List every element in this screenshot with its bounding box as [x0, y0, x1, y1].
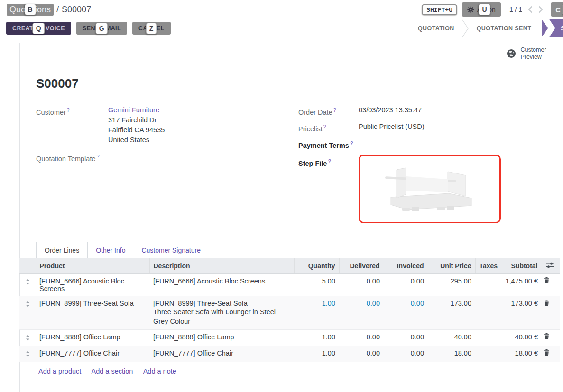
cell-subtotal: 173.00 €	[498, 296, 542, 330]
tab-customer-signature[interactable]: Customer Signature	[133, 242, 209, 258]
pricelist-value[interactable]: Public Pricelist (USD)	[359, 122, 425, 134]
customer-preview-label: Customer Preview	[520, 46, 546, 61]
column-product[interactable]: Product	[36, 258, 149, 274]
clipped-edge-button[interactable]: C	[551, 2, 563, 17]
order-date-value[interactable]: 03/03/2023 13:35:47	[359, 105, 422, 118]
column-invoiced[interactable]: Invoiced	[384, 258, 428, 274]
add-product-link[interactable]: Add a product	[38, 367, 81, 375]
cell-quantity[interactable]: 5.00	[294, 274, 339, 296]
customer-link[interactable]: Gemini Furniture	[108, 106, 159, 114]
status-separator-icon	[462, 19, 469, 37]
fields-left-column: Customer? Gemini Furniture 317 Fairchild…	[36, 105, 298, 228]
add-section-link[interactable]: Add a section	[92, 367, 133, 375]
breadcrumb: Quotations B / S00007	[7, 4, 91, 16]
customer-label: Customer?	[36, 105, 108, 145]
action-menu-button[interactable]: Action U	[462, 2, 501, 17]
drag-handle-icon[interactable]	[19, 296, 36, 330]
total-summary: Total: 1,706.00 €	[474, 388, 555, 392]
drag-handle-icon[interactable]	[19, 274, 36, 296]
cell-quantity[interactable]: 1.00	[294, 296, 339, 330]
table-row: [FURN_8888] Office Lamp [FURN_8888] Offi…	[19, 330, 560, 346]
form-sheet: Customer Preview S00007 Customer? Gemini…	[19, 43, 560, 392]
delete-row-icon[interactable]	[542, 330, 560, 346]
field-payment-terms[interactable]: Payment Terms?	[298, 138, 544, 151]
cell-unit-price[interactable]: 295.00	[428, 274, 475, 296]
cell-invoiced[interactable]: 0.00	[384, 330, 428, 346]
cell-delivered[interactable]: 0.00	[339, 346, 384, 362]
cell-product[interactable]: [FURN_7777] Office Chair	[36, 346, 149, 362]
pricelist-label: Pricelist?	[298, 122, 359, 134]
cell-description[interactable]: [FURN_7777] Office Chair	[149, 346, 294, 362]
cell-taxes[interactable]	[475, 274, 498, 296]
cancel-button[interactable]: CANCEL Z	[132, 22, 170, 35]
tab-order-lines[interactable]: Order Lines	[36, 242, 88, 258]
column-subtotal[interactable]: Subtotal	[498, 258, 542, 274]
delete-row-icon[interactable]	[542, 346, 560, 362]
optional-columns-header	[542, 258, 560, 274]
cell-description[interactable]: [FURN_6666] Acoustic Bloc Screens	[149, 274, 294, 296]
delete-row-icon[interactable]	[542, 296, 560, 330]
column-settings-icon[interactable]	[546, 262, 554, 268]
cell-invoiced[interactable]: 0.00	[384, 296, 428, 330]
cell-delivered[interactable]: 0.00	[339, 296, 384, 330]
hint-key-z: Z	[146, 23, 157, 34]
table-row: [FURN_7777] Office Chair [FURN_7777] Off…	[19, 346, 560, 362]
sheet-footer: Terms and conditions... Total: 1,706.00 …	[20, 381, 560, 392]
customer-preview-button[interactable]: Customer Preview	[493, 43, 560, 64]
delete-row-icon[interactable]	[542, 274, 560, 296]
globe-icon	[507, 49, 516, 58]
column-taxes[interactable]: Taxes	[475, 258, 498, 274]
status-step-quotation-sent[interactable]: QUOTATION SENT	[469, 19, 539, 37]
cell-quantity[interactable]: 1.00	[294, 346, 339, 362]
field-quotation-template[interactable]: Quotation Template?	[36, 152, 298, 164]
cell-invoiced[interactable]: 0.00	[384, 274, 428, 296]
add-note-link[interactable]: Add a note	[143, 367, 176, 375]
cell-product[interactable]: [FURN_8999] Three-Seat Sofa	[36, 296, 149, 330]
hint-key-b: B	[24, 4, 36, 15]
customer-address-line: 317 Fairchild Dr	[108, 115, 165, 125]
notebook-tabs: Order Lines Other Info Customer Signatur…	[20, 242, 560, 258]
column-delivered[interactable]: Delivered	[339, 258, 384, 274]
tab-other-info[interactable]: Other Info	[88, 242, 133, 258]
chevron-left-icon[interactable]	[528, 6, 532, 13]
hint-key-shift-u: SHIFT+U	[422, 4, 457, 15]
cell-subtotal: 1,475.00 €	[498, 274, 542, 296]
cell-description[interactable]: [FURN_8999] Three-Seat Sofa Three Seater…	[149, 296, 294, 330]
breadcrumb-current: S00007	[62, 5, 91, 15]
cell-delivered[interactable]: 0.00	[339, 330, 384, 346]
customer-address-line: United States	[108, 135, 165, 145]
field-pricelist: Pricelist? Public Pricelist (USD)	[298, 122, 544, 134]
help-icon: ?	[96, 154, 99, 159]
drag-handle-icon[interactable]	[19, 330, 36, 346]
cell-product[interactable]: [FURN_8888] Office Lamp	[36, 330, 149, 346]
help-icon: ?	[333, 107, 336, 113]
cell-taxes[interactable]	[475, 330, 498, 346]
cell-product[interactable]: [FURN_6666] Acoustic Bloc Screens	[36, 274, 149, 296]
status-active-arrow	[542, 19, 548, 37]
cell-delivered[interactable]: 0.00	[339, 274, 384, 296]
cell-quantity[interactable]: 1.00	[294, 330, 339, 346]
field-step-file: Step File?	[298, 156, 544, 223]
column-description[interactable]: Description	[149, 258, 294, 274]
drag-handle-icon[interactable]	[19, 346, 36, 362]
status-step-sales-order[interactable]: SALES ORDER	[549, 19, 563, 37]
cell-unit-price[interactable]: 18.00	[428, 346, 475, 362]
breadcrumb-quotations[interactable]: Quotations B	[7, 4, 54, 16]
pager-value[interactable]: 1 / 1	[509, 6, 522, 13]
send-email-button[interactable]: SEND EMAIL G	[76, 22, 127, 35]
cell-unit-price[interactable]: 40.00	[428, 330, 475, 346]
step-file-image[interactable]	[359, 155, 501, 223]
cell-unit-price[interactable]: 173.00	[428, 296, 475, 330]
table-header-row: Product Description Quantity Delivered I…	[19, 258, 560, 274]
chevron-right-icon[interactable]	[539, 6, 543, 13]
cell-invoiced[interactable]: 0.00	[384, 346, 428, 362]
create-invoice-button[interactable]: CREATE INVOICE Q	[6, 22, 71, 35]
breadcrumb-separator: /	[56, 5, 59, 15]
status-step-quotation[interactable]: QUOTATION	[410, 19, 462, 37]
column-quantity[interactable]: Quantity	[294, 258, 339, 274]
cell-taxes[interactable]	[475, 296, 498, 330]
column-unit-price[interactable]: Unit Price	[428, 258, 475, 274]
cell-description[interactable]: [FURN_8888] Office Lamp	[149, 330, 294, 346]
cell-taxes[interactable]	[475, 346, 498, 362]
table-row: [FURN_6666] Acoustic Bloc Screens [FURN_…	[19, 274, 560, 296]
